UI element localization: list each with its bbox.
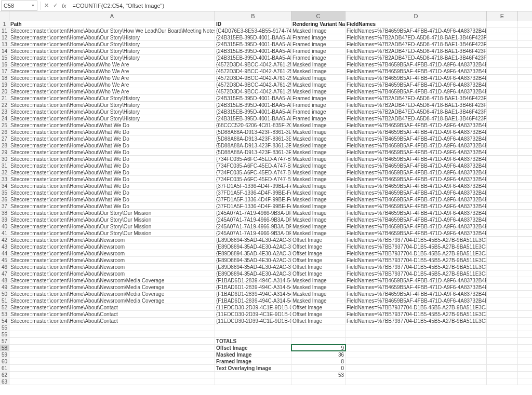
cell[interactable] [487, 34, 518, 40]
cell[interactable]: FieldNames=%7BB7937704-D1B5-45B5-A27B-9B… [345, 270, 487, 277]
row-number[interactable]: 48 [0, 277, 9, 283]
cell[interactable]: Sitecore::master:\content\Home\About\Con… [9, 311, 215, 317]
cell[interactable]: Framed image [291, 41, 345, 47]
cell[interactable]: Masked Image [291, 122, 345, 128]
cell[interactable] [487, 203, 518, 209]
cell[interactable] [345, 324, 487, 331]
cell[interactable]: Sitecore::master:\content\Home\About\Wha… [9, 156, 215, 162]
cell[interactable]: Sitecore::master:\content\Home\About\Wha… [9, 169, 215, 175]
cell[interactable] [487, 284, 518, 290]
cell[interactable] [291, 378, 345, 385]
cell[interactable]: {245A07A1-7A19-4966-9B3A-DF902 [215, 210, 291, 216]
cell[interactable]: {37FD1A5F-1336-4D4F-99BE-FAE19. [215, 189, 291, 196]
cell[interactable]: Sitecore::master:\content\Home\About\Wha… [9, 129, 215, 135]
cell[interactable]: FieldNames=%7BB7937704-D1B5-45B5-A27B-9B… [345, 250, 487, 256]
cell[interactable] [487, 324, 518, 331]
cell[interactable] [9, 358, 215, 364]
row-number[interactable]: 39 [0, 216, 9, 223]
row-number[interactable]: 54 [0, 318, 9, 324]
row-number[interactable]: 33 [0, 176, 9, 182]
cancel-icon[interactable]: ✕ [44, 2, 49, 9]
cell[interactable] [518, 142, 532, 148]
cell[interactable]: {734FC035-A6FC-45ED-A747-B7A11 [215, 176, 291, 182]
cell[interactable] [518, 189, 532, 196]
fx-icon[interactable]: fx [62, 3, 66, 9]
cell[interactable]: Masked Image [291, 203, 345, 209]
row-number[interactable]: 51 [0, 297, 9, 304]
cell[interactable]: Sitecore::master:\content\Home\About\Our… [9, 28, 215, 34]
cell[interactable]: FieldNames=%7B4659B5AF-4FBB-471D-A9F6-4A… [345, 162, 487, 169]
row-number[interactable]: 49 [0, 284, 9, 290]
cell[interactable] [487, 223, 518, 229]
cell[interactable] [518, 351, 532, 358]
cell[interactable]: {734FC035-A6FC-45ED-A747-B7A11 [215, 156, 291, 162]
row-number[interactable]: 23 [0, 108, 9, 115]
cell[interactable]: FieldNames=%7BB7937704-D1B5-45B5-A27B-9B… [345, 243, 487, 250]
cell[interactable] [487, 142, 518, 148]
cell[interactable] [518, 68, 532, 74]
cell[interactable] [345, 345, 487, 351]
cell[interactable] [487, 297, 518, 304]
cell[interactable]: Sitecore::master:\content\Home\About\Who… [9, 68, 215, 74]
row-number[interactable]: 26 [0, 129, 9, 135]
row-number[interactable]: 18 [0, 75, 9, 81]
cell[interactable] [215, 331, 291, 337]
cell[interactable] [518, 223, 532, 229]
cell[interactable] [487, 55, 518, 61]
cell[interactable]: {F1BAD6D1-2839-494C-A314-5492F. [215, 297, 291, 304]
cell[interactable] [345, 331, 487, 337]
cell[interactable] [518, 48, 532, 54]
cell[interactable]: {F1BAD6D1-2839-494C-A314-5492F. [215, 291, 291, 297]
row-number[interactable]: 29 [0, 149, 9, 155]
cell[interactable] [487, 61, 518, 67]
cell[interactable]: Sitecore::master:\content\Home\About\Who… [9, 75, 215, 81]
cell[interactable]: Rendering Variant Name [291, 21, 345, 27]
cell[interactable] [345, 338, 487, 344]
row-number[interactable]: 12 [0, 34, 9, 40]
cell[interactable] [518, 169, 532, 175]
cell[interactable] [518, 257, 532, 263]
cell[interactable]: {24B315EB-395D-4001-BAA5-ABF97 [215, 41, 291, 47]
name-box[interactable]: C58 ▼ [1, 1, 37, 11]
cell[interactable] [518, 176, 532, 182]
cell[interactable]: Sitecore::master:\content\Home\About\New… [9, 257, 215, 263]
cell[interactable] [518, 129, 532, 135]
cell[interactable]: FieldNames=%7B2ADB47ED-A5D8-4718-BAE1-3B… [345, 41, 487, 47]
cell[interactable]: FieldNames=%7B4659B5AF-4FBB-471D-A9F6-4A… [345, 203, 487, 209]
cell[interactable] [487, 75, 518, 81]
cell[interactable]: Masked Image [291, 142, 345, 148]
cell[interactable] [518, 61, 532, 67]
cell[interactable]: FieldNames=%7B2ADB47ED-A5D8-4718-BAE1-3B… [345, 48, 487, 54]
cell[interactable]: Sitecore::master:\content\Home\About\New… [9, 297, 215, 304]
cell[interactable]: Masked Image [291, 189, 345, 196]
cell[interactable]: FieldNames=%7B2ADB47ED-A5D8-4718-BAE1-3B… [345, 34, 487, 40]
cell[interactable]: Sitecore::master:\content\Home\About\Our… [9, 115, 215, 121]
row-number[interactable]: 38 [0, 210, 9, 216]
cell[interactable] [487, 162, 518, 169]
cell[interactable] [215, 324, 291, 331]
cell[interactable]: {F1BAD6D1-2839-494C-A314-5492F. [215, 277, 291, 283]
cell[interactable]: FieldNames=%7BB7937704-D1B5-45B5-A27B-9B… [345, 237, 487, 243]
cell[interactable] [487, 351, 518, 358]
cell[interactable] [518, 183, 532, 189]
cell[interactable]: 36 [291, 351, 345, 358]
cell[interactable]: FieldNames=%7B4659B5AF-4FBB-471D-A9F6-4A… [345, 75, 487, 81]
cell[interactable] [518, 88, 532, 94]
cell[interactable] [487, 48, 518, 54]
row-number[interactable]: 15 [0, 55, 9, 61]
cell[interactable] [487, 41, 518, 47]
row-number[interactable]: 58 [0, 345, 9, 351]
cell[interactable]: Sitecore::master:\content\Home\About\Wha… [9, 122, 215, 128]
cell[interactable] [345, 358, 487, 364]
cell[interactable]: {37FD1A5F-1336-4D4F-99BE-FAE19. [215, 203, 291, 209]
row-number[interactable]: 16 [0, 61, 9, 67]
cell[interactable]: FieldNames=%7BB7937704-D1B5-45B5-A27B-9B… [345, 311, 487, 317]
cell[interactable] [518, 135, 532, 142]
cell[interactable]: Framed image [291, 34, 345, 40]
cell[interactable] [518, 250, 532, 256]
cell[interactable] [345, 378, 487, 385]
cell[interactable]: {24B315EB-395D-4001-BAA5-ABF97 [215, 95, 291, 101]
row-number[interactable]: 62 [0, 372, 9, 378]
cell[interactable] [487, 183, 518, 189]
cell[interactable]: Masked Image [291, 149, 345, 155]
